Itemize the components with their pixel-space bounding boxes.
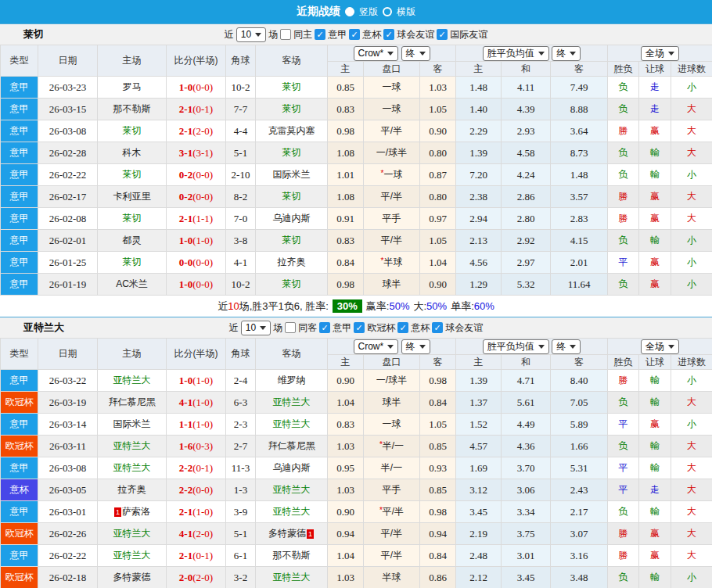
away-team[interactable]: 亚特兰大	[256, 414, 328, 436]
vertical-layout-label[interactable]: 竖版	[359, 5, 378, 19]
same-venue-checkbox[interactable]	[280, 29, 291, 40]
match-scope-select[interactable]: 全场	[641, 339, 679, 354]
away-team[interactable]: 那不勒斯	[256, 545, 328, 567]
away-team[interactable]: 拜仁慕尼黑	[256, 436, 328, 457]
home-team[interactable]: 亚特兰大	[98, 457, 167, 479]
away-team[interactable]: 克雷莫内塞	[256, 120, 328, 142]
home-team[interactable]: 科木	[98, 142, 167, 164]
result-goals: 大	[671, 545, 712, 567]
away-team[interactable]: 拉齐奥	[256, 252, 328, 274]
result-goals: 大	[671, 186, 712, 208]
home-team[interactable]: 莱切	[98, 252, 167, 274]
match-row: 意甲26-03-011萨索洛2-1(1-0)3-9亚特兰大0.90*平/半0.9…	[1, 501, 712, 523]
avg-win-odds: 2.48	[456, 545, 502, 567]
home-team-label: 亚特兰大	[113, 375, 151, 385]
home-team[interactable]: 莱切	[98, 120, 167, 142]
home-team[interactable]: 卡利亚里	[98, 186, 167, 208]
away-team[interactable]: 国际米兰	[256, 164, 328, 186]
league-filter-checkbox-1[interactable]: ✓	[349, 29, 360, 40]
score-half: (2-0)	[192, 572, 213, 583]
away-team[interactable]: 亚特兰大	[256, 392, 328, 414]
league-filter-checkbox-3[interactable]: ✓	[432, 322, 443, 333]
avg-win-odds: 3.45	[456, 501, 502, 523]
horizontal-layout-radio[interactable]	[383, 7, 392, 16]
sub-header-goals-result: 进球数	[671, 62, 712, 77]
home-team[interactable]: 亚特兰大	[98, 523, 167, 545]
away-team[interactable]: 莱切	[256, 274, 328, 296]
home-team[interactable]: 多特蒙德	[98, 567, 167, 588]
match-scope-select[interactable]: 全场	[641, 46, 679, 61]
odds-stage-select[interactable]: 终	[552, 46, 581, 61]
home-team[interactable]: 那不勒斯	[98, 99, 167, 120]
average-odds-select[interactable]: 胜平负均值	[483, 339, 549, 354]
away-team[interactable]: 莱切	[256, 77, 328, 99]
away-team[interactable]: 莱切	[256, 230, 328, 252]
score: 2-1(2-0)	[167, 120, 226, 142]
avg-win-odds: 1.40	[456, 99, 502, 120]
home-team[interactable]: 国际米兰	[98, 414, 167, 436]
avg-draw-odds: 4.39	[502, 99, 551, 120]
odds-stage-select[interactable]: 终	[401, 339, 430, 354]
score-half: (0-1)	[192, 550, 213, 561]
league-filter-label: 球会友谊	[397, 28, 434, 41]
home-team[interactable]: 亚特兰大	[98, 370, 167, 392]
league-filter-checkbox-0[interactable]: ✓	[315, 29, 325, 40]
away-team[interactable]: 莱切	[256, 186, 328, 208]
league-badge: 意杯	[1, 479, 38, 501]
result-handicap: 走	[639, 77, 671, 99]
recent-count-select[interactable]: 10	[236, 27, 266, 42]
same-venue-checkbox[interactable]	[285, 322, 296, 333]
home-team[interactable]: 拉齐奥	[98, 479, 167, 501]
bookmaker-select[interactable]: Crow*	[354, 339, 399, 354]
avg-lose-odds: 2.83	[551, 208, 608, 230]
result-goals: 小	[671, 274, 712, 296]
away-team[interactable]: 莱切	[256, 142, 328, 164]
match-row: 意甲26-02-22亚特兰大2-1(0-1)6-1那不勒斯1.04平/半0.84…	[1, 545, 712, 567]
away-team[interactable]: 亚特兰大	[256, 479, 328, 501]
home-team[interactable]: 亚特兰大	[98, 436, 167, 457]
sub-header-home-odds: 主	[328, 62, 364, 77]
handicap-text: 球半	[383, 278, 401, 289]
home-team[interactable]: AC米兰	[98, 274, 167, 296]
home-team[interactable]: 罗马	[98, 77, 167, 99]
away-team[interactable]: 乌迪内斯	[256, 208, 328, 230]
avg-lose-odds: 3.16	[551, 545, 608, 567]
league-filter-checkbox-2[interactable]: ✓	[397, 322, 408, 333]
league-filter-checkbox-0[interactable]: ✓	[319, 322, 330, 333]
home-team[interactable]: 拜仁慕尼黑	[98, 392, 167, 414]
avg-win-odds: 2.19	[456, 523, 502, 545]
handicap-away-odds: 0.90	[420, 274, 456, 296]
odds-stage-select[interactable]: 终	[401, 46, 430, 61]
home-team[interactable]: 莱切	[98, 164, 167, 186]
league-badge: 意甲	[1, 457, 38, 479]
bookmaker-select[interactable]: Crow*	[354, 46, 399, 61]
away-team[interactable]: 维罗纳	[256, 370, 328, 392]
score-half: (0-1)	[192, 462, 213, 474]
horizontal-layout-label[interactable]: 横版	[397, 5, 415, 19]
away-team[interactable]: 莱切	[256, 99, 328, 120]
result-goals: 小	[671, 164, 712, 186]
odds-stage-select[interactable]: 终	[552, 339, 581, 354]
away-team[interactable]: 乌迪内斯	[256, 457, 328, 479]
home-team[interactable]: 都灵	[98, 230, 167, 252]
average-odds-select[interactable]: 胜平负均值	[483, 46, 549, 61]
vertical-layout-radio[interactable]	[345, 7, 354, 16]
col-header-away: 客场	[256, 45, 328, 77]
handicap-group-header: Crow* 终	[328, 339, 456, 355]
sub-header-avg-win: 主	[456, 62, 502, 77]
recent-count-select[interactable]: 10	[241, 321, 271, 335]
away-team[interactable]: 多特蒙德1	[256, 523, 328, 545]
home-team[interactable]: 亚特兰大	[98, 545, 167, 567]
league-filter-checkbox-1[interactable]: ✓	[354, 322, 365, 333]
home-team[interactable]: 莱切	[98, 208, 167, 230]
match-row: 意甲26-03-15那不勒斯2-1(0-1)7-7莱切0.83一球1.051.4…	[1, 99, 712, 120]
league-filter-checkbox-2[interactable]: ✓	[383, 29, 394, 40]
away-team[interactable]: 亚特兰大	[256, 567, 328, 588]
summary-part: 大:50%	[413, 299, 447, 314]
score-main: 2-2	[179, 462, 192, 474]
away-team[interactable]: 亚特兰大	[256, 501, 328, 523]
match-date: 26-02-22	[38, 545, 98, 567]
sub-header-outcome: 胜负	[608, 355, 639, 370]
home-team[interactable]: 1萨索洛	[98, 501, 167, 523]
league-filter-checkbox-3[interactable]: ✓	[437, 29, 448, 40]
